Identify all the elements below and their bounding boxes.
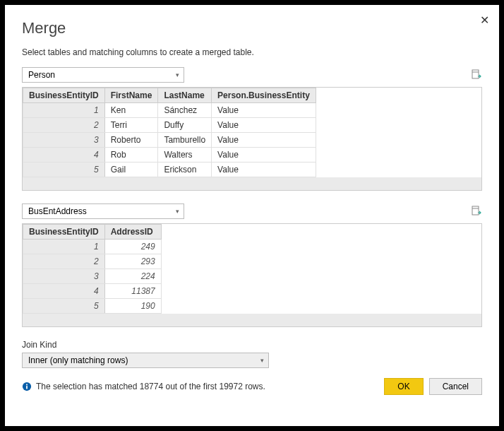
table-filler <box>23 177 481 190</box>
table1-dropdown[interactable]: Person ▾ <box>22 67 184 83</box>
col-header[interactable]: BusinessEntityID <box>23 225 105 240</box>
join-kind-dropdown[interactable]: Inner (only matching rows) ▾ <box>22 353 269 368</box>
chevron-down-icon: ▾ <box>260 357 264 364</box>
expand-table-icon[interactable] <box>471 69 482 81</box>
table1-selected: Person <box>28 70 55 80</box>
table-row: 1249 <box>23 240 162 254</box>
table-row: 3RobertoTamburelloValue <box>23 133 316 148</box>
table-row: 4RobWaltersValue <box>23 148 316 163</box>
svg-rect-2 <box>472 206 479 215</box>
table-row: 411387 <box>23 284 162 299</box>
expand-table-icon[interactable] <box>471 206 482 217</box>
svg-rect-6 <box>26 384 28 386</box>
table2-preview: BusinessEntityID AddressID 1249 2293 322… <box>22 223 482 327</box>
table-row: 2293 <box>23 254 162 269</box>
cancel-button[interactable]: Cancel <box>429 378 482 395</box>
ok-button[interactable]: OK <box>384 378 423 395</box>
table-row: 3224 <box>23 269 162 284</box>
join-kind-selected: Inner (only matching rows) <box>28 355 128 365</box>
close-icon[interactable]: ✕ <box>480 13 489 27</box>
match-status: The selection has matched 18774 out of t… <box>36 382 265 391</box>
col-header[interactable]: FirstName <box>104 88 158 103</box>
table-row: 2TerriDuffyValue <box>23 118 316 133</box>
table2-selected: BusEntAddress <box>28 206 87 216</box>
col-header[interactable]: LastName <box>158 88 212 103</box>
dialog-title: Merge <box>22 19 482 37</box>
merge-dialog: ✕ Merge Select tables and matching colum… <box>5 5 499 426</box>
table-filler <box>23 314 481 326</box>
join-kind-label: Join Kind <box>22 340 482 350</box>
svg-rect-0 <box>472 70 479 78</box>
dialog-subtitle: Select tables and matching columns to cr… <box>22 47 482 57</box>
chevron-down-icon: ▾ <box>176 208 179 215</box>
table-row: 5190 <box>23 299 162 314</box>
info-icon <box>22 382 32 391</box>
table1-preview: BusinessEntityID FirstName LastName Pers… <box>22 87 482 191</box>
table-row: 1KenSánchezValue <box>23 103 316 118</box>
svg-rect-5 <box>26 386 28 389</box>
col-header[interactable]: Person.BusinessEntity <box>212 88 316 103</box>
chevron-down-icon: ▾ <box>176 71 179 78</box>
col-header[interactable]: AddressID <box>104 225 161 240</box>
col-header[interactable]: BusinessEntityID <box>23 88 105 103</box>
table-row: 5GailEricksonValue <box>23 163 316 177</box>
table2-dropdown[interactable]: BusEntAddress ▾ <box>22 203 184 219</box>
